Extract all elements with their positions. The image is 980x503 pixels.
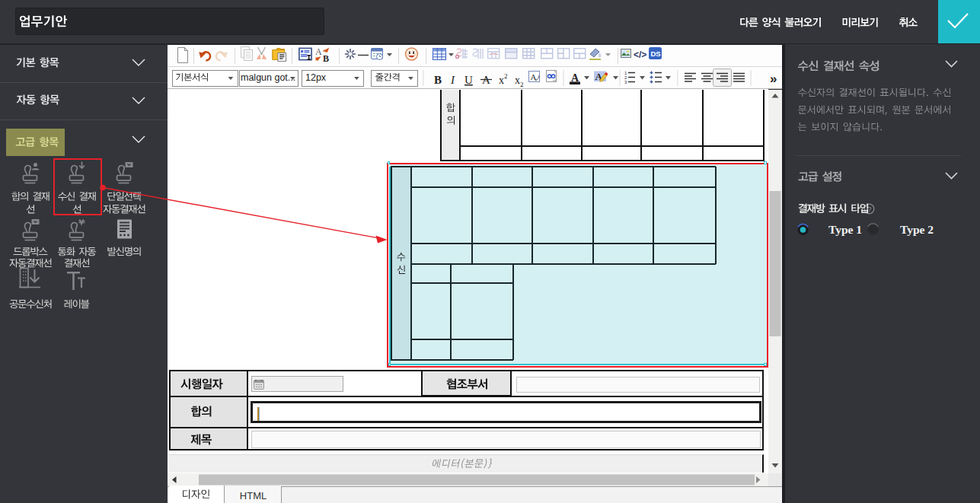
svg-text:A: A <box>315 46 322 57</box>
svg-text:</>: </> <box>634 49 646 60</box>
svg-text:Type 2: Type 2 <box>900 223 934 236</box>
svg-text:malgun got...: malgun got... <box>241 72 295 83</box>
svg-text:B: B <box>434 74 442 86</box>
svg-text:U: U <box>464 74 473 86</box>
svg-text:Type 1: Type 1 <box>828 223 862 236</box>
svg-text:2: 2 <box>504 72 508 80</box>
svg-text:3: 3 <box>624 80 627 84</box>
svg-text:12px: 12px <box>305 72 327 83</box>
svg-text:I: I <box>450 74 455 86</box>
svg-text:A: A <box>571 72 579 84</box>
svg-text:x: x <box>499 75 504 86</box>
svg-text:DS: DS <box>651 49 661 58</box>
svg-text:A: A <box>531 72 537 81</box>
svg-text:B: B <box>323 53 329 64</box>
svg-text:2: 2 <box>520 81 524 88</box>
svg-text:»: » <box>770 72 777 86</box>
svg-text:x: x <box>515 75 520 86</box>
